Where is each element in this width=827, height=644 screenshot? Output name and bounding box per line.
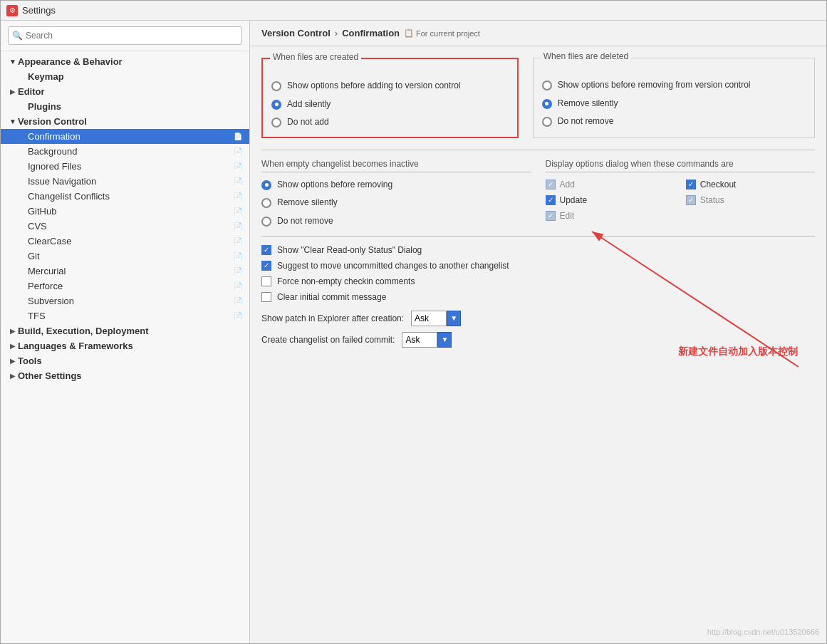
expand-arrow: ▶ (8, 357, 18, 365)
sidebar-item-version-control[interactable]: ▼ Version Control (1, 114, 249, 129)
radio-label: Show options before removing from versio… (558, 80, 751, 91)
checkbox-checkout: ✓ Checkout (686, 180, 815, 189)
checkmark: ✓ (548, 180, 553, 188)
sidebar-item-label: CVS (28, 221, 234, 232)
panel-title: When files are created (270, 52, 361, 62)
check-force-nonempty: Force non-empty checkin comments (261, 276, 815, 286)
sidebar-item-build-execution[interactable]: ▶ Build, Execution, Deployment (1, 323, 249, 338)
sidebar-item-cvs[interactable]: CVS 📄 (1, 219, 249, 234)
radio-label: Do not add (287, 117, 329, 128)
checkbox-suggest-move-box[interactable]: ✓ (261, 261, 271, 271)
sidebar-item-subversion[interactable]: Subversion 📄 (1, 294, 249, 308)
check-clear-commit: Clear initial commit message (261, 292, 815, 302)
checkbox-label: Clear initial commit message (277, 292, 386, 302)
checkbox-label: Force non-empty checkin comments (277, 276, 415, 286)
sidebar-item-label: Perforce (28, 281, 234, 291)
sidebar-item-tfs[interactable]: TFS 📄 (1, 308, 249, 323)
sidebar-item-ignored-files[interactable]: Ignored Files 📄 (1, 159, 249, 174)
panels-row: When files are created Show options befo… (261, 58, 815, 138)
changelist-section: When empty changelist becomes inactive S… (261, 150, 815, 227)
files-created-panel: When files are created Show options befo… (261, 58, 519, 138)
radio-option: Remove silently (542, 98, 806, 110)
sidebar-item-clearcase[interactable]: ClearCase 📄 (1, 234, 249, 249)
sidebar-item-issue-navigation[interactable]: Issue Navigation 📄 (1, 174, 249, 189)
page-icon: 📄 (234, 207, 242, 215)
content-area: Version Control › Confirmation 📋 For cur… (250, 21, 826, 643)
chevron-down-icon: ▼ (450, 314, 457, 322)
sidebar-item-label: Issue Navigation (28, 176, 234, 187)
radio-label: Do not remove (558, 116, 614, 128)
radio-option: Show options before adding to version co… (271, 80, 509, 92)
show-patch-value[interactable]: Ask (411, 311, 447, 326)
show-patch-row: Show patch in Explorer after creation: A… (261, 311, 815, 326)
sidebar-item-languages-frameworks[interactable]: ▶ Languages & Frameworks (1, 338, 249, 353)
checkbox-clear-commit-box[interactable] (261, 292, 271, 302)
sidebar-item-label: Subversion (28, 296, 234, 306)
checkbox-label: Suggest to move uncommitted changes to a… (277, 261, 509, 271)
sidebar-item-label: Editor (18, 86, 242, 97)
search-input[interactable] (8, 26, 242, 45)
sidebar-item-label: Other Settings (18, 370, 242, 381)
panel-content: Show options before removing from versio… (534, 68, 814, 136)
radio-label: Remove silently (277, 197, 338, 209)
sidebar-item-background[interactable]: Background 📄 (1, 144, 249, 159)
watermark: http://blog.csdn.net/u013520666 (707, 628, 819, 636)
sidebar-item-changelist-conflicts[interactable]: Changelist Conflicts 📄 (1, 189, 249, 204)
radio-do-not-remove-cl[interactable] (261, 217, 271, 227)
search-wrapper: 🔍 (8, 26, 242, 45)
checkbox-clear-readonly-box[interactable]: ✓ (261, 245, 271, 255)
radio-show-options-del[interactable] (542, 80, 552, 90)
sidebar-item-label: Tools (18, 355, 242, 366)
sidebar-item-tools[interactable]: ▶ Tools (1, 353, 249, 368)
dropdowns-section: Show patch in Explorer after creation: A… (261, 311, 815, 348)
page-icon: 📄 (234, 267, 242, 275)
radio-do-not-add[interactable] (271, 118, 281, 128)
create-changelist-label: Create changelist on failed commit: (261, 335, 395, 345)
expand-arrow: ▼ (8, 118, 18, 125)
sidebar-item-label: Appearance & Behavior (18, 56, 242, 67)
sidebar-item-editor[interactable]: ▶ Editor (1, 84, 249, 99)
show-patch-label: Show patch in Explorer after creation: (261, 313, 404, 323)
sidebar-item-mercurial[interactable]: Mercurial 📄 (1, 264, 249, 279)
sidebar-item-keymap[interactable]: Keymap (1, 69, 249, 84)
radio-show-before-removing[interactable] (261, 180, 271, 190)
check-clear-readonly: ✓ Show "Clear Read-only Status" Dialog (261, 245, 815, 255)
radio-do-not-remove-del[interactable] (542, 117, 552, 127)
page-icon: 📄 (234, 237, 242, 245)
sidebar-item-git[interactable]: Git 📄 (1, 249, 249, 264)
page-icon: 📄 (234, 162, 242, 170)
sidebar-item-confirmation[interactable]: Confirmation 📄 (1, 129, 249, 144)
sidebar-item-label: GitHub (28, 206, 234, 217)
create-changelist-dropdown-arrow[interactable]: ▼ (437, 332, 452, 348)
changelist-left: When empty changelist becomes inactive S… (261, 159, 531, 227)
radio-label: Do not remove (277, 216, 333, 227)
checkbox-force-nonempty-box[interactable] (261, 276, 271, 286)
sidebar-item-appearance[interactable]: ▼ Appearance & Behavior (1, 54, 249, 69)
checkbox-status-box[interactable]: ✓ (686, 195, 696, 205)
sidebar-item-other-settings[interactable]: ▶ Other Settings (1, 368, 249, 383)
checkbox-add-box[interactable]: ✓ (546, 180, 556, 189)
sidebar-item-label: Languages & Frameworks (18, 341, 242, 351)
radio-remove-silently-cl[interactable] (261, 198, 271, 208)
sidebar-item-perforce[interactable]: Perforce 📄 (1, 279, 249, 294)
checkbox-edit-box[interactable]: ✓ (546, 211, 556, 221)
sidebar-item-label: Confirmation (28, 131, 234, 142)
create-changelist-value[interactable]: Ask (402, 332, 437, 348)
chevron-down-icon: ▼ (441, 336, 448, 343)
radio-remove-silently[interactable] (542, 99, 552, 109)
sidebar-tree: ▼ Appearance & Behavior Keymap ▶ Editor … (1, 51, 249, 643)
changelist-left-label: When empty changelist becomes inactive (261, 159, 531, 172)
checkmark: ✓ (548, 196, 553, 204)
sidebar-item-label: Version Control (18, 116, 242, 127)
radio-option: Do not remove (261, 216, 531, 227)
sidebar-item-github[interactable]: GitHub 📄 (1, 204, 249, 219)
radio-add-silently[interactable] (271, 100, 281, 110)
show-patch-dropdown-arrow[interactable]: ▼ (447, 311, 461, 326)
files-deleted-panel: When files are deleted Show options befo… (533, 58, 815, 138)
checkbox-checkout-box[interactable]: ✓ (686, 180, 696, 189)
title-bar: ⚙ Settings (1, 1, 826, 21)
checkbox-update-box[interactable]: ✓ (546, 195, 556, 205)
sidebar-item-plugins[interactable]: Plugins (1, 99, 249, 114)
radio-show-options[interactable] (271, 81, 281, 91)
breadcrumb-part2: Confirmation (342, 28, 400, 38)
